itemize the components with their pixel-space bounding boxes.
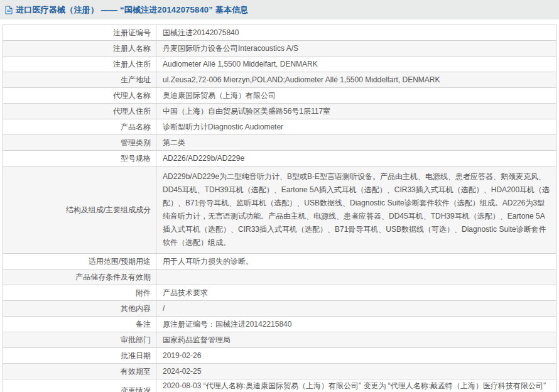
row-value: 产品技术要求 bbox=[156, 285, 556, 301]
row-label: 附件 bbox=[3, 285, 156, 301]
row-label-text: 代理人住所 bbox=[113, 107, 151, 116]
table-row: 代理人名称奥迪康国际贸易（上海）有限公司 bbox=[3, 88, 556, 104]
row-value: ul.Zeusa2,72-006 Mierzyn,POLAND;Audiomet… bbox=[156, 72, 556, 88]
row-value: / bbox=[156, 301, 556, 317]
row-value: 国械注进20142075840 bbox=[156, 25, 556, 41]
row-value-text: 2024-02-25 bbox=[163, 367, 201, 376]
table-row: 型号规格AD226/AD229b/AD229e bbox=[3, 151, 556, 166]
row-value: Audiometer Allé 1,5500 Middelfart, DENMA… bbox=[156, 57, 556, 72]
table-row: 有效期至2024-02-25 bbox=[3, 364, 556, 379]
row-value-text: 2019-02-26 bbox=[163, 351, 201, 360]
row-label-text: 其他内容 bbox=[121, 304, 151, 313]
row-label-text: 注册证编号 bbox=[113, 28, 151, 37]
row-label-text: 审批部门 bbox=[121, 335, 151, 344]
row-value: 2019-02-26 bbox=[156, 348, 556, 364]
row-value-text: / bbox=[163, 304, 165, 313]
row-value: 用于人耳听力损失的诊断。 bbox=[156, 254, 556, 270]
row-value: 2024-02-25 bbox=[156, 364, 556, 379]
row-value-text: 用于人耳听力损失的诊断。 bbox=[163, 257, 253, 266]
row-value: AD229b/AD229e为二型纯音听力计、B型或B-E型言语测听设备。产品由主… bbox=[156, 166, 556, 254]
row-value: 奥迪康国际贸易（上海）有限公司 bbox=[156, 88, 556, 104]
row-value-text: 中国（上海）自由贸易试验区美盛路56号1层117室 bbox=[163, 107, 330, 116]
row-value: 中国（上海）自由贸易试验区美盛路56号1层117室 bbox=[156, 104, 556, 119]
table-row: 变更情况2020-08-03 “代理人名称:奥迪康国际贸易（上海）有限公司” 变… bbox=[3, 379, 556, 392]
row-label-text: 适用范围/预期用途 bbox=[89, 257, 151, 266]
table-row: 注册人名称丹麦国际听力设备公司Interacoustics A/S bbox=[3, 41, 556, 57]
registration-info-table: 注册证编号国械注进20142075840注册人名称丹麦国际听力设备公司Inter… bbox=[3, 24, 556, 392]
row-label: 管理类别 bbox=[3, 135, 156, 151]
table-row: 审批部门国家药品监督管理局 bbox=[3, 332, 556, 348]
row-value-text: 国械注进20142075840 bbox=[163, 28, 239, 37]
row-value-text: 第二类 bbox=[163, 138, 185, 147]
row-label: 生产地址 bbox=[3, 72, 156, 88]
row-label: 产品名称 bbox=[3, 119, 156, 135]
table-row: 生产地址ul.Zeusa2,72-006 Mierzyn,POLAND;Audi… bbox=[3, 72, 556, 88]
table-row: 其他内容/ bbox=[3, 301, 556, 317]
row-label: 有效期至 bbox=[3, 364, 156, 379]
row-value-text: 诊断型听力计Diagnostic Audiometer bbox=[163, 122, 283, 131]
row-label-text: 结构及组成/主要组成成分 bbox=[66, 205, 151, 214]
row-label: 审批部门 bbox=[3, 332, 156, 348]
table-row: 产品储存条件及有效期 bbox=[3, 270, 556, 285]
info-table-body: 注册证编号国械注进20142075840注册人名称丹麦国际听力设备公司Inter… bbox=[3, 25, 556, 392]
table-row: 代理人住所中国（上海）自由贸易试验区美盛路56号1层117室 bbox=[3, 104, 556, 119]
row-label-text: 备注 bbox=[136, 320, 151, 329]
row-value: AD226/AD229b/AD229e bbox=[156, 151, 556, 166]
row-value-text: 国家药品监督管理局 bbox=[163, 335, 231, 344]
row-label-text: 产品储存条件及有效期 bbox=[75, 273, 151, 281]
row-label: 注册证编号 bbox=[3, 25, 156, 41]
row-value: 2020-08-03 “代理人名称:奥迪康国际贸易（上海）有限公司” 变更为 “… bbox=[156, 379, 556, 392]
row-label-text: 代理人名称 bbox=[113, 91, 151, 100]
table-row: 备注原注册证编号：国械注进20142215840 bbox=[3, 317, 556, 332]
table-row: 结构及组成/主要组成成分AD229b/AD229e为二型纯音听力计、B型或B-E… bbox=[3, 166, 556, 254]
row-label: 适用范围/预期用途 bbox=[3, 254, 156, 270]
row-label-text: 产品名称 bbox=[121, 122, 151, 131]
row-label: 产品储存条件及有效期 bbox=[3, 270, 156, 285]
row-label: 代理人住所 bbox=[3, 104, 156, 119]
row-label: 变更情况 bbox=[3, 379, 156, 392]
row-label-text: 管理类别 bbox=[121, 138, 151, 147]
row-label: 注册人住所 bbox=[3, 57, 156, 72]
table-row: 产品名称诊断型听力计Diagnostic Audiometer bbox=[3, 119, 556, 135]
table-row: 注册人住所Audiometer Allé 1,5500 Middelfart, … bbox=[3, 57, 556, 72]
row-label: 备注 bbox=[3, 317, 156, 332]
row-value-text: Audiometer Allé 1,5500 Middelfart, DENMA… bbox=[163, 60, 318, 68]
row-label-text: 批准日期 bbox=[121, 351, 151, 360]
table-row: 附件产品技术要求 bbox=[3, 285, 556, 301]
table-row: 批准日期2019-02-26 bbox=[3, 348, 556, 364]
row-label: 其他内容 bbox=[3, 301, 156, 317]
table-row: 适用范围/预期用途用于人耳听力损失的诊断。 bbox=[3, 254, 556, 270]
row-value: 丹麦国际听力设备公司Interacoustics A/S bbox=[156, 41, 556, 57]
row-label: 型号规格 bbox=[3, 151, 156, 166]
row-value-text: 丹麦国际听力设备公司Interacoustics A/S bbox=[163, 44, 298, 53]
row-value-text: 奥迪康国际贸易（上海）有限公司 bbox=[163, 91, 276, 100]
row-label: 注册人名称 bbox=[3, 41, 156, 57]
row-value-text: AD226/AD229b/AD229e bbox=[163, 154, 244, 163]
document-icon bbox=[5, 6, 13, 14]
row-label-text: 有效期至 bbox=[121, 367, 151, 376]
row-label: 代理人名称 bbox=[3, 88, 156, 104]
row-value-text: 2020-08-03 “代理人名称:奥迪康国际贸易（上海）有限公司” 变更为 “… bbox=[163, 381, 546, 392]
row-label-text: 注册人住所 bbox=[113, 60, 151, 68]
page-header: 进口医疗器械（注册） —— “国械注进20142075840” 基本信息 bbox=[0, 0, 559, 19]
row-value-text: 产品技术要求 bbox=[163, 288, 208, 297]
row-value: 诊断型听力计Diagnostic Audiometer bbox=[156, 119, 556, 135]
row-value: 国家药品监督管理局 bbox=[156, 332, 556, 348]
row-label-text: 附件 bbox=[136, 288, 151, 297]
row-value: 第二类 bbox=[156, 135, 556, 151]
row-label: 结构及组成/主要组成成分 bbox=[3, 166, 156, 254]
row-label-text: 变更情况 bbox=[121, 386, 151, 392]
page-title: 进口医疗器械（注册） —— “国械注进20142075840” 基本信息 bbox=[16, 4, 249, 16]
row-value bbox=[156, 270, 556, 285]
row-value-text: 原注册证编号：国械注进20142215840 bbox=[163, 320, 291, 329]
row-label-text: 注册人名称 bbox=[113, 44, 151, 53]
row-label: 批准日期 bbox=[3, 348, 156, 364]
row-value-text: AD229b/AD229e为二型纯音听力计、B型或B-E型言语测听设备。产品由主… bbox=[163, 172, 550, 247]
row-value-text: ul.Zeusa2,72-006 Mierzyn,POLAND;Audiomet… bbox=[163, 75, 440, 84]
table-row: 注册证编号国械注进20142075840 bbox=[3, 25, 556, 41]
table-row: 管理类别第二类 bbox=[3, 135, 556, 151]
row-value: 原注册证编号：国械注进20142215840 bbox=[156, 317, 556, 332]
row-label-text: 型号规格 bbox=[121, 154, 151, 163]
row-label-text: 生产地址 bbox=[121, 75, 151, 84]
